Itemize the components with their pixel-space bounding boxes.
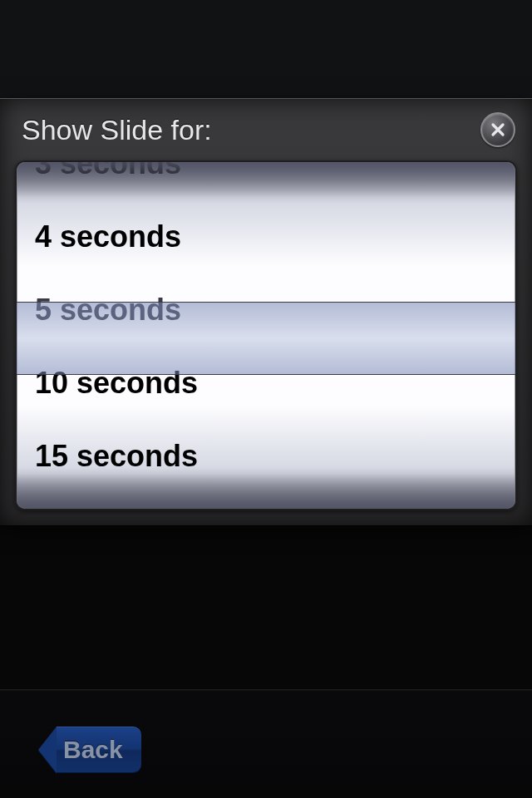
picker-option-label: 5 seconds: [35, 293, 181, 328]
picker-option-label: 10 seconds: [35, 366, 198, 401]
picker-option[interactable]: 10 seconds: [17, 347, 515, 420]
modal-header: Show Slide for:: [0, 99, 532, 160]
close-button[interactable]: [480, 112, 515, 147]
picker-option-label: 3 seconds: [35, 160, 181, 181]
picker-items: 3 seconds 4 seconds 5 seconds 10 seconds…: [17, 160, 515, 493]
slide-duration-modal: Show Slide for: 3 seconds 4 seconds 5 se…: [0, 98, 532, 526]
picker-container: 3 seconds 4 seconds 5 seconds 10 seconds…: [0, 160, 532, 525]
picker-option[interactable]: 3 seconds: [17, 160, 515, 200]
picker-option-label: 4 seconds: [35, 219, 181, 254]
picker-option[interactable]: 4 seconds: [17, 200, 515, 273]
modal-title: Show Slide for:: [22, 114, 212, 146]
picker-option-label: 15 seconds: [35, 439, 198, 474]
close-icon: [490, 121, 506, 138]
duration-picker[interactable]: 3 seconds 4 seconds 5 seconds 10 seconds…: [15, 160, 517, 510]
picker-option[interactable]: 5 seconds: [17, 273, 515, 347]
picker-option[interactable]: 15 seconds: [17, 420, 515, 493]
